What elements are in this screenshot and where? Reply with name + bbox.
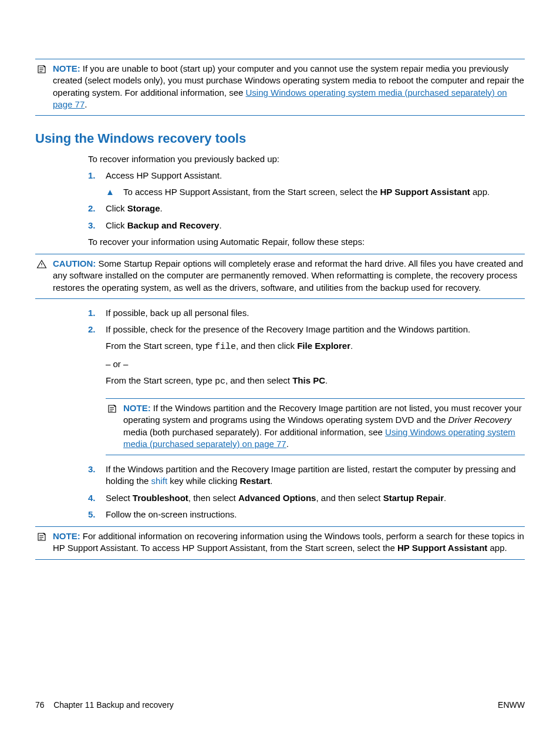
- footer-right: ENWW: [498, 700, 525, 711]
- step-text: Access HP Support Assistant.: [106, 170, 525, 182]
- page: NOTE: If you are unable to boot (start u…: [0, 0, 560, 746]
- list-number: 3.: [88, 220, 106, 231]
- chapter-label: Chapter 11 Backup and recovery: [53, 700, 174, 710]
- step-text: Select Troubleshoot, then select Advance…: [106, 492, 525, 504]
- list-number: 2.: [88, 203, 106, 214]
- caution-icon: [35, 258, 48, 294]
- note-icon: [35, 63, 48, 110]
- sub-step-text: To access HP Support Assistant, from the…: [123, 186, 525, 198]
- list-number: 2.: [88, 324, 106, 392]
- step-2-3: 3. If the Windows partition and the Reco…: [88, 463, 525, 488]
- caution-body: CAUTION: Some Startup Repair options wil…: [53, 258, 525, 294]
- caution-text: Some Startup Repair options will complet…: [53, 258, 523, 293]
- note-box-2: NOTE: If the Windows partition and the R…: [106, 398, 525, 455]
- step-2-2a: From the Start screen, type file, and th…: [106, 340, 525, 353]
- note-1-body: NOTE: If you are unable to boot (start u…: [53, 63, 525, 110]
- note-box-1: NOTE: If you are unable to boot (start u…: [35, 59, 525, 116]
- caution-label: CAUTION:: [53, 258, 96, 268]
- sub-step-triangle: ▲ To access HP Support Assistant, from t…: [106, 186, 525, 198]
- note-icon: [35, 530, 48, 555]
- step-2-4: 4. Select Troubleshoot, then select Adva…: [88, 492, 525, 504]
- note-2-body: NOTE: If the Windows partition and the R…: [123, 402, 525, 450]
- step-text: Click Storage.: [106, 203, 525, 214]
- note-label: NOTE:: [123, 403, 151, 413]
- step-2-2: 2. If possible, check for the presence o…: [88, 324, 525, 392]
- step-1-3: 3. Click Backup and Recovery.: [88, 220, 525, 231]
- step-2-2b: From the Start screen, type pc, and then…: [106, 375, 525, 388]
- note-label: NOTE:: [53, 63, 80, 73]
- footer-left: 76 Chapter 11 Backup and recovery: [35, 700, 174, 711]
- steps-2: 1. If possible, back up all personal fil…: [88, 307, 525, 520]
- step-2-or: – or –: [106, 358, 525, 370]
- step-text: If possible, check for the presence of t…: [106, 324, 525, 392]
- note-3-body: NOTE: For additional information on reco…: [53, 530, 525, 555]
- step-2-5: 5. Follow the on-screen instructions.: [88, 509, 525, 520]
- triangle-bullet-icon: ▲: [106, 186, 123, 198]
- note-1-text-b: .: [85, 99, 87, 109]
- intro-2: To recover your information using Automa…: [88, 236, 525, 248]
- step-1-1: 1. Access HP Support Assistant.: [88, 170, 525, 182]
- list-number: 4.: [88, 492, 106, 504]
- intro-1: To recover information you previously ba…: [88, 153, 525, 165]
- step-text: If the Windows partition and the Recover…: [106, 463, 525, 488]
- list-number: 5.: [88, 509, 106, 520]
- note-icon: [106, 402, 119, 450]
- steps-1: 1. Access HP Support Assistant. ▲ To acc…: [88, 170, 525, 231]
- page-number: 76: [35, 700, 45, 710]
- caution-box: CAUTION: Some Startup Repair options wil…: [35, 254, 525, 299]
- step-text: Click Backup and Recovery.: [106, 220, 525, 231]
- step-text: If possible, back up all personal files.: [106, 307, 525, 319]
- list-number: 3.: [88, 463, 106, 488]
- list-number: 1.: [88, 307, 106, 319]
- note-box-3: NOTE: For additional information on reco…: [35, 526, 525, 560]
- step-text: Follow the on-screen instructions.: [106, 509, 525, 520]
- section-heading: Using the Windows recovery tools: [35, 130, 525, 147]
- step-2-1: 1. If possible, back up all personal fil…: [88, 307, 525, 319]
- page-footer: 76 Chapter 11 Backup and recovery ENWW: [35, 700, 525, 711]
- step-1-2: 2. Click Storage.: [88, 203, 525, 214]
- note-label: NOTE:: [53, 531, 80, 541]
- list-number: 1.: [88, 170, 106, 182]
